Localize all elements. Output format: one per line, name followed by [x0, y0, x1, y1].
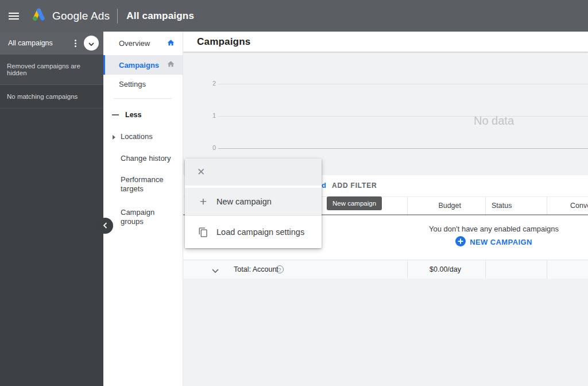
home-icon: [167, 60, 175, 70]
topbar-divider: [117, 9, 118, 24]
total-budget-value: $0.00/day: [407, 260, 485, 279]
sidebar-notice: Removed campaigns are hidden: [0, 55, 103, 85]
new-campaign-menu: ✕ + New campaign Load campaign settings: [185, 159, 322, 248]
nav-item-label: Settings: [119, 80, 146, 88]
x-axis-line: [218, 148, 588, 149]
caret-right-icon: [113, 135, 115, 140]
copy-icon: [198, 227, 209, 238]
chevron-down-icon: [88, 38, 94, 48]
product-name: Google Ads: [52, 10, 110, 22]
nav-item-performance-targets[interactable]: Performance targets: [103, 172, 183, 197]
kebab-icon[interactable]: [70, 36, 80, 50]
panel-collapse-handle[interactable]: [97, 218, 113, 234]
google-ads-logo[interactable]: Google Ads: [30, 7, 110, 25]
main-header: Campaigns: [183, 32, 588, 52]
campaign-sidebar: All campaigns Removed campaigns are hidd…: [0, 32, 103, 386]
menu-icon[interactable]: [2, 5, 25, 28]
no-data-label: No data: [436, 114, 551, 128]
nav-item-change-history[interactable]: Change history: [103, 150, 183, 167]
google-ads-logo-icon: [30, 7, 47, 25]
total-conversions-cell: [547, 260, 588, 279]
nav-item-label: Campaigns: [119, 61, 159, 70]
page-title: All campaigns: [126, 10, 194, 22]
column-header-status[interactable]: Status: [485, 197, 547, 214]
chevron-down-icon[interactable]: [212, 267, 219, 275]
new-campaign-button[interactable]: NEW CAMPAIGN: [379, 236, 588, 248]
section-title: Campaigns: [197, 36, 250, 48]
y-axis-tick: 1: [193, 112, 216, 119]
table-total-row: Total: Account ? $0.00/day: [183, 260, 588, 279]
new-campaign-button-label: NEW CAMPAIGN: [470, 238, 532, 246]
menu-header: ✕: [185, 159, 322, 186]
column-header-budget[interactable]: Budget: [407, 197, 485, 214]
y-axis-tick: 2: [193, 80, 216, 87]
nav-item-campaign-groups[interactable]: Campaign groups: [103, 204, 183, 230]
total-cell: Total: Account ?: [183, 260, 407, 279]
home-icon: [167, 38, 175, 48]
menu-item-label: Load campaign settings: [216, 227, 304, 237]
sidebar-notice: No matching campaigns: [0, 85, 103, 109]
menu-item-new-campaign[interactable]: + New campaign: [185, 188, 322, 215]
nav-less-toggle[interactable]: Less: [103, 109, 183, 121]
section-nav: Overview Campaigns Settings Less Locatio…: [103, 32, 183, 386]
filter-chip-fragment[interactable]: d: [322, 181, 326, 190]
new-campaign-tooltip: New campaign: [327, 196, 382, 210]
campaign-scope-selector[interactable]: All campaigns: [0, 32, 103, 55]
total-label: Total: Account: [234, 265, 278, 273]
minus-icon: [112, 114, 119, 115]
scope-label: All campaigns: [8, 39, 70, 47]
chevron-left-icon: [103, 221, 107, 231]
nav-item-locations[interactable]: Locations: [103, 129, 183, 145]
gridline: [218, 84, 588, 84]
empty-state-message: You don't have any enabled campaigns: [379, 225, 588, 233]
add-circle-icon: [455, 236, 466, 248]
nav-divider: [114, 98, 172, 99]
help-icon[interactable]: ?: [276, 265, 284, 273]
nav-item-label: Locations: [121, 132, 153, 141]
plus-icon: +: [198, 195, 209, 209]
nav-item-label: Performance targets: [121, 175, 163, 193]
nav-item-label: Change history: [121, 154, 171, 163]
close-icon[interactable]: ✕: [197, 167, 205, 177]
nav-item-campaigns[interactable]: Campaigns: [103, 55, 183, 75]
collapse-header-button[interactable]: [84, 36, 99, 51]
nav-item-label: Less: [125, 111, 142, 119]
nav-item-settings[interactable]: Settings: [103, 75, 183, 94]
menu-item-load-campaign-settings[interactable]: Load campaign settings: [185, 215, 322, 248]
nav-item-overview[interactable]: Overview: [103, 32, 183, 55]
nav-item-label: Campaign groups: [121, 208, 154, 226]
nav-item-label: Overview: [119, 39, 150, 48]
y-axis-tick: 0: [193, 144, 216, 151]
add-filter-button[interactable]: ADD FILTER: [332, 182, 377, 190]
menu-item-label: New campaign: [216, 197, 272, 206]
topbar: Google Ads All campaigns: [0, 0, 588, 32]
column-header-conversions[interactable]: Conversions: [547, 197, 588, 214]
total-status-cell: [485, 260, 547, 279]
